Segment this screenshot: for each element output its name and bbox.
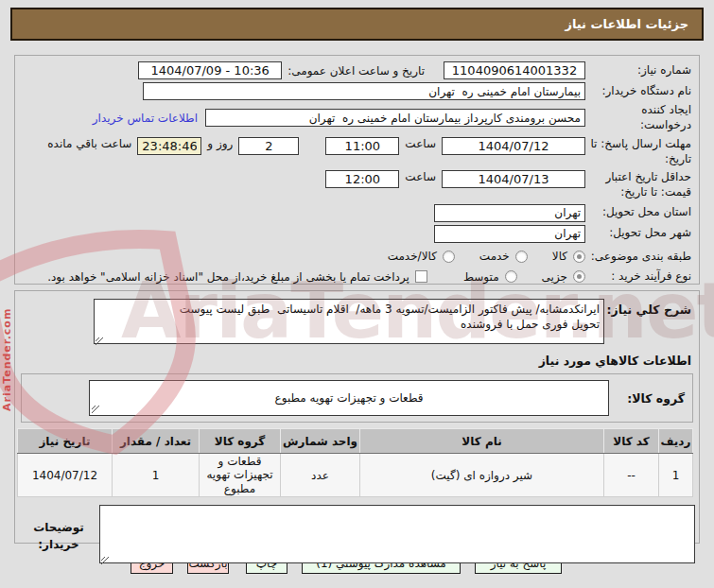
resize-grip-icon: [92, 406, 100, 414]
time-remaining-label: ساعت باقي مانده: [47, 137, 131, 150]
need-number-row: شماره نیاز: تاریخ و ساعت اعلان عمومی:: [23, 61, 691, 79]
page-title: جزئیات اطلاعات نیاز: [565, 17, 688, 31]
reply-deadline-time-input[interactable]: [325, 137, 399, 155]
city-row: شهر محل تحویل:: [23, 225, 691, 243]
category-goods-label: کالا: [552, 250, 567, 263]
announce-datetime-label: تاریخ و ساعت اعلان عمومی:: [287, 64, 425, 78]
requester-row: ایجاد کننده درخواست: اطلاعات تماس خریدار: [23, 103, 691, 132]
purchase-type-row: نوع فرآیند خرید : جزیی متوسط پرداخت تمام…: [23, 269, 691, 285]
col-quantity: تعداد / مقدار: [113, 429, 200, 454]
purchase-type-minor-radio[interactable]: [573, 270, 585, 283]
price-validity-time-input[interactable]: [325, 170, 399, 188]
purchase-type-medium-radio[interactable]: [505, 270, 517, 283]
buyer-notes-textarea[interactable]: [99, 505, 695, 563]
price-validity-label: حداقل تاریخ اعتبار قیمت: تا تاریخ:: [585, 170, 691, 199]
goods-info-panel: شرح کلي نياز: ایرانکدمشابه/ پیش فاکتور ا…: [14, 290, 700, 544]
buyer-org-input[interactable]: [143, 82, 585, 100]
province-label: استان محل تحویل:: [585, 205, 691, 220]
cell-unit: عدد: [281, 454, 360, 497]
purchase-type-label: نوع فرآیند خرید :: [585, 269, 691, 285]
category-label: طبقه بندی موضوعی:: [585, 250, 691, 265]
category-service-label: خدمت: [479, 250, 510, 263]
treasury-checkbox[interactable]: [415, 270, 427, 283]
goods-group-value: قطعات و تجهیزات تهویه مطبوع: [275, 391, 424, 405]
col-unit: واحد شمارش: [281, 429, 360, 454]
need-description-wrap: ایرانکدمشابه/ پیش فاکتور الزامیست/تسویه …: [94, 299, 604, 347]
goods-group-box: گروه کالا: قطعات و تجهیزات تهویه مطبوع: [21, 373, 693, 423]
purchase-type-medium-label: متوسط: [463, 270, 499, 284]
price-validity-hour-label: ساعت: [405, 170, 436, 183]
city-input[interactable]: [434, 225, 585, 243]
reply-deadline-row: مهلت ارسال پاسخ: تا تاریخ: ساعت روز و سا…: [23, 137, 691, 166]
purchase-type-minor-label: جزیی: [542, 270, 567, 284]
watermark-side-text: AriaTender.com: [1, 279, 13, 411]
col-need-date: تاریخ نیاز: [18, 429, 113, 454]
col-item-code: کد کالا: [604, 429, 659, 454]
cell-item-code: --: [604, 454, 659, 497]
need-description-label: شرح کلي نياز:: [604, 299, 691, 317]
need-description-row: شرح کلي نياز: ایرانکدمشابه/ پیش فاکتور ا…: [19, 299, 691, 347]
buyer-notes-row: توضیحات خریدار:: [19, 505, 695, 566]
reply-deadline-hour-label: ساعت: [405, 137, 436, 150]
category-goods-service-label: کالا/خدمت: [388, 250, 437, 263]
days-left-label: روز و: [207, 137, 233, 150]
cell-quantity: 1: [113, 454, 200, 497]
cell-item-name: شیر دروازه ای (گیت): [360, 454, 604, 497]
buyer-contact-link[interactable]: اطلاعات تماس خریدار: [93, 112, 198, 125]
buyer-notes-label: توضیحات خریدار:: [18, 519, 99, 553]
goods-group-label: گروه کالا:: [609, 391, 688, 406]
buyer-notes-wrap: [99, 505, 695, 566]
cell-need-date: 1404/07/12: [18, 454, 113, 497]
cell-row-number: 1: [659, 454, 693, 497]
requester-label: ایجاد کننده درخواست:: [585, 103, 691, 132]
need-number-input[interactable]: [444, 61, 585, 79]
buyer-org-label: نام دستگاه خریدار:: [585, 84, 691, 99]
goods-group-field[interactable]: قطعات و تجهیزات تهویه مطبوع: [89, 380, 609, 416]
need-description-textarea[interactable]: ایرانکدمشابه/ پیش فاکتور الزامیست/تسویه …: [94, 299, 604, 344]
announce-datetime-input[interactable]: [138, 61, 282, 79]
city-label: شهر محل تحویل:: [585, 226, 691, 241]
category-service-radio[interactable]: [515, 251, 528, 263]
days-left-input[interactable]: [238, 137, 299, 155]
col-row-number: ردیف: [659, 429, 693, 454]
province-row: استان محل تحویل:: [23, 204, 691, 222]
category-goods-service-radio[interactable]: [443, 251, 455, 263]
goods-section-title: اطلاعات کالاهاي مورد نياز: [19, 354, 691, 368]
reply-deadline-date-input[interactable]: [442, 137, 585, 155]
price-validity-row: حداقل تاریخ اعتبار قیمت: تا تاریخ: ساعت: [23, 170, 691, 199]
goods-table-header-row: ردیف کد کالا نام کالا واحد شمارش گروه کا…: [18, 429, 693, 454]
buyer-org-row: نام دستگاه خریدار:: [23, 82, 691, 100]
general-info-panel: شماره نیاز: تاریخ و ساعت اعلان عمومی: نا…: [14, 55, 700, 285]
need-number-label: شماره نیاز:: [585, 63, 691, 78]
category-goods-radio[interactable]: [573, 251, 585, 263]
requester-input[interactable]: [205, 109, 585, 127]
countdown-input[interactable]: [137, 137, 201, 155]
col-group: گروه کالا: [200, 429, 281, 454]
goods-table: ردیف کد کالا نام کالا واحد شمارش گروه کا…: [17, 428, 693, 497]
treasury-checkbox-label: پرداخت تمام یا بخشی از مبلغ خرید،از محل …: [47, 270, 409, 284]
page-title-bar: جزئیات اطلاعات نیاز: [10, 8, 704, 41]
province-input[interactable]: [434, 204, 585, 222]
reply-deadline-label: مهلت ارسال پاسخ: تا تاریخ:: [585, 137, 691, 166]
col-item-name: نام کالا: [360, 429, 604, 454]
price-validity-date-input[interactable]: [442, 170, 585, 188]
table-row: 1 -- شیر دروازه ای (گیت) عدد قطعات و تجه…: [18, 454, 693, 497]
cell-group: قطعات و تجهیزات تهویه مطبوع: [200, 454, 281, 497]
category-row: طبقه بندی موضوعی: کالا خدمت کالا/خدمت: [23, 250, 691, 265]
